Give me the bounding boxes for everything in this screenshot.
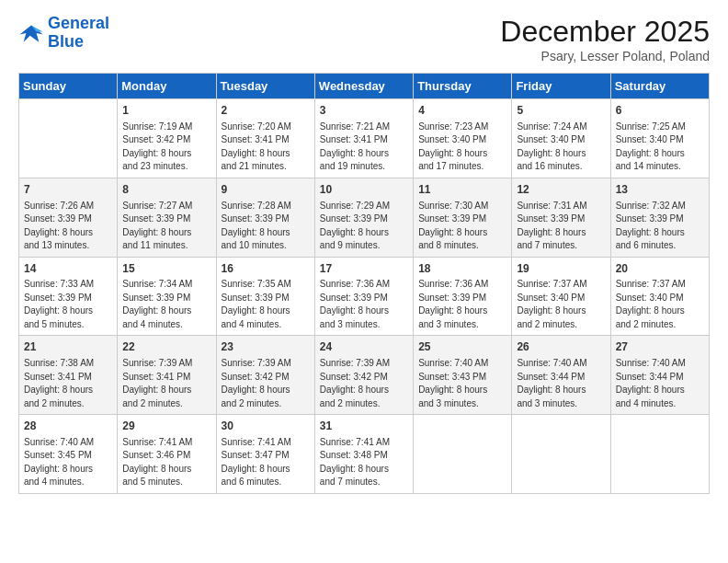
day-cell-28: 28Sunrise: 7:40 AM Sunset: 3:45 PM Dayli…: [19, 415, 118, 494]
day-number: 9: [222, 182, 310, 198]
day-number: 21: [24, 339, 112, 355]
day-cell-12: 12Sunrise: 7:31 AM Sunset: 3:39 PM Dayli…: [512, 178, 610, 257]
day-number: 26: [517, 339, 605, 355]
day-cell-18: 18Sunrise: 7:36 AM Sunset: 3:39 PM Dayli…: [414, 257, 512, 336]
day-number: 16: [222, 261, 310, 277]
day-number: 31: [320, 419, 408, 434]
day-number: 13: [616, 182, 704, 198]
day-cell-27: 27Sunrise: 7:40 AM Sunset: 3:44 PM Dayli…: [610, 336, 709, 415]
day-cell-10: 10Sunrise: 7:29 AM Sunset: 3:39 PM Dayli…: [314, 178, 413, 257]
weekday-header-row: SundayMondayTuesdayWednesdayThursdayFrid…: [19, 74, 710, 99]
day-number: 27: [616, 339, 704, 355]
day-number: 25: [418, 339, 506, 355]
day-info: Sunrise: 7:36 AM Sunset: 3:39 PM Dayligh…: [418, 278, 506, 331]
day-info: Sunrise: 7:41 AM Sunset: 3:47 PM Dayligh…: [222, 436, 310, 489]
day-info: Sunrise: 7:39 AM Sunset: 3:42 PM Dayligh…: [320, 357, 408, 410]
weekday-header-thursday: Thursday: [414, 74, 512, 99]
day-cell-9: 9Sunrise: 7:28 AM Sunset: 3:39 PM Daylig…: [216, 178, 314, 257]
logo-bird-icon: [18, 20, 44, 46]
day-number: 3: [320, 103, 408, 119]
month-title: December 2025: [500, 15, 710, 49]
day-cell-13: 13Sunrise: 7:32 AM Sunset: 3:39 PM Dayli…: [610, 178, 709, 257]
day-cell-1: 1Sunrise: 7:19 AM Sunset: 3:42 PM Daylig…: [118, 99, 216, 178]
location-text: Psary, Lesser Poland, Poland: [500, 49, 710, 63]
day-number: 1: [122, 103, 210, 119]
day-info: Sunrise: 7:24 AM Sunset: 3:40 PM Dayligh…: [517, 121, 605, 174]
day-info: Sunrise: 7:37 AM Sunset: 3:40 PM Dayligh…: [517, 278, 605, 331]
day-info: Sunrise: 7:27 AM Sunset: 3:39 PM Dayligh…: [122, 200, 210, 253]
day-number: 18: [418, 261, 506, 277]
day-number: 2: [222, 103, 310, 119]
day-info: Sunrise: 7:33 AM Sunset: 3:39 PM Dayligh…: [24, 278, 112, 331]
day-info: Sunrise: 7:41 AM Sunset: 3:46 PM Dayligh…: [122, 436, 210, 489]
week-row-4: 21Sunrise: 7:38 AM Sunset: 3:41 PM Dayli…: [19, 336, 710, 415]
day-cell-14: 14Sunrise: 7:33 AM Sunset: 3:39 PM Dayli…: [19, 257, 118, 336]
day-number: 19: [517, 261, 605, 277]
weekday-header-tuesday: Tuesday: [216, 74, 314, 99]
day-number: 29: [122, 419, 210, 434]
page-header: General Blue December 2025 Psary, Lesser…: [18, 15, 710, 63]
calendar-table: SundayMondayTuesdayWednesdayThursdayFrid…: [18, 73, 710, 494]
day-info: Sunrise: 7:40 AM Sunset: 3:44 PM Dayligh…: [517, 357, 605, 410]
day-info: Sunrise: 7:40 AM Sunset: 3:44 PM Dayligh…: [616, 357, 704, 410]
day-number: 20: [616, 261, 704, 277]
day-info: Sunrise: 7:34 AM Sunset: 3:39 PM Dayligh…: [122, 278, 210, 331]
day-cell-22: 22Sunrise: 7:39 AM Sunset: 3:41 PM Dayli…: [118, 336, 216, 415]
day-number: 6: [616, 103, 704, 119]
weekday-header-monday: Monday: [118, 74, 216, 99]
day-info: Sunrise: 7:39 AM Sunset: 3:42 PM Dayligh…: [222, 357, 310, 410]
day-number: 12: [517, 182, 605, 198]
day-info: Sunrise: 7:32 AM Sunset: 3:39 PM Dayligh…: [616, 200, 704, 253]
day-number: 30: [222, 419, 310, 434]
day-cell-15: 15Sunrise: 7:34 AM Sunset: 3:39 PM Dayli…: [118, 257, 216, 336]
empty-cell: [414, 415, 512, 494]
day-cell-7: 7Sunrise: 7:26 AM Sunset: 3:39 PM Daylig…: [19, 178, 118, 257]
week-row-3: 14Sunrise: 7:33 AM Sunset: 3:39 PM Dayli…: [19, 257, 710, 336]
day-number: 17: [320, 261, 408, 277]
day-info: Sunrise: 7:28 AM Sunset: 3:39 PM Dayligh…: [222, 200, 310, 253]
day-number: 15: [122, 261, 210, 277]
day-cell-29: 29Sunrise: 7:41 AM Sunset: 3:46 PM Dayli…: [118, 415, 216, 494]
day-cell-8: 8Sunrise: 7:27 AM Sunset: 3:39 PM Daylig…: [118, 178, 216, 257]
day-number: 24: [320, 339, 408, 355]
day-info: Sunrise: 7:40 AM Sunset: 3:45 PM Dayligh…: [24, 436, 112, 489]
day-info: Sunrise: 7:23 AM Sunset: 3:40 PM Dayligh…: [418, 121, 506, 174]
day-info: Sunrise: 7:30 AM Sunset: 3:39 PM Dayligh…: [418, 200, 506, 253]
day-cell-17: 17Sunrise: 7:36 AM Sunset: 3:39 PM Dayli…: [314, 257, 413, 336]
empty-cell: [610, 415, 709, 494]
empty-cell: [19, 99, 118, 178]
day-info: Sunrise: 7:19 AM Sunset: 3:42 PM Dayligh…: [122, 121, 210, 174]
day-cell-30: 30Sunrise: 7:41 AM Sunset: 3:47 PM Dayli…: [216, 415, 314, 494]
logo-general: General: [48, 14, 109, 32]
day-cell-19: 19Sunrise: 7:37 AM Sunset: 3:40 PM Dayli…: [512, 257, 610, 336]
title-block: December 2025 Psary, Lesser Poland, Pola…: [500, 15, 710, 63]
week-row-2: 7Sunrise: 7:26 AM Sunset: 3:39 PM Daylig…: [19, 178, 710, 257]
week-row-1: 1Sunrise: 7:19 AM Sunset: 3:42 PM Daylig…: [19, 99, 710, 178]
logo-blue: Blue: [48, 32, 84, 51]
day-info: Sunrise: 7:20 AM Sunset: 3:41 PM Dayligh…: [222, 121, 310, 174]
day-cell-11: 11Sunrise: 7:30 AM Sunset: 3:39 PM Dayli…: [414, 178, 512, 257]
day-info: Sunrise: 7:41 AM Sunset: 3:48 PM Dayligh…: [320, 436, 408, 489]
logo: General Blue: [18, 15, 109, 52]
day-cell-4: 4Sunrise: 7:23 AM Sunset: 3:40 PM Daylig…: [414, 99, 512, 178]
day-number: 23: [222, 339, 310, 355]
week-row-5: 28Sunrise: 7:40 AM Sunset: 3:45 PM Dayli…: [19, 415, 710, 494]
day-number: 22: [122, 339, 210, 355]
day-info: Sunrise: 7:38 AM Sunset: 3:41 PM Dayligh…: [24, 357, 112, 410]
day-cell-3: 3Sunrise: 7:21 AM Sunset: 3:41 PM Daylig…: [314, 99, 413, 178]
day-info: Sunrise: 7:29 AM Sunset: 3:39 PM Dayligh…: [320, 200, 408, 253]
day-info: Sunrise: 7:39 AM Sunset: 3:41 PM Dayligh…: [122, 357, 210, 410]
weekday-header-friday: Friday: [512, 74, 610, 99]
day-number: 7: [24, 182, 112, 198]
day-cell-25: 25Sunrise: 7:40 AM Sunset: 3:43 PM Dayli…: [414, 336, 512, 415]
day-number: 28: [24, 419, 112, 434]
day-cell-26: 26Sunrise: 7:40 AM Sunset: 3:44 PM Dayli…: [512, 336, 610, 415]
day-cell-24: 24Sunrise: 7:39 AM Sunset: 3:42 PM Dayli…: [314, 336, 413, 415]
day-info: Sunrise: 7:26 AM Sunset: 3:39 PM Dayligh…: [24, 200, 112, 253]
day-info: Sunrise: 7:35 AM Sunset: 3:39 PM Dayligh…: [222, 278, 310, 331]
day-cell-21: 21Sunrise: 7:38 AM Sunset: 3:41 PM Dayli…: [19, 336, 118, 415]
day-cell-5: 5Sunrise: 7:24 AM Sunset: 3:40 PM Daylig…: [512, 99, 610, 178]
day-number: 14: [24, 261, 112, 277]
day-number: 4: [418, 103, 506, 119]
day-info: Sunrise: 7:36 AM Sunset: 3:39 PM Dayligh…: [320, 278, 408, 331]
